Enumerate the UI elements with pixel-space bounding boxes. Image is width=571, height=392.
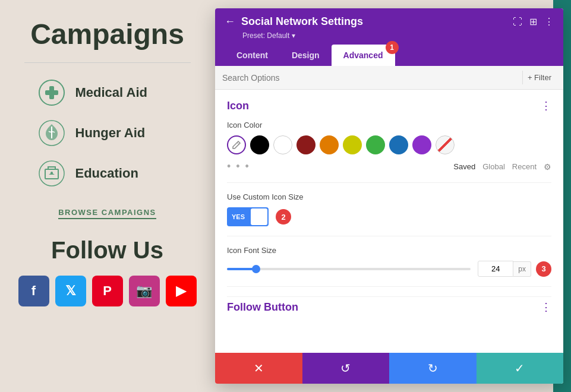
color-swatch-green[interactable] bbox=[366, 135, 385, 154]
follow-button-menu[interactable]: ⋮ bbox=[541, 301, 551, 314]
background-panel: Campaigns Medical Aid Hunger Aid bbox=[0, 0, 214, 392]
settings-panel: ← Social Network Settings ⛶ ⊞ ⋮ Preset: … bbox=[215, 8, 563, 384]
color-swatch-blue[interactable] bbox=[389, 135, 408, 154]
saved-label[interactable]: Saved bbox=[453, 162, 475, 171]
fullscreen-icon[interactable]: ⛶ bbox=[513, 17, 522, 27]
education-label: Education bbox=[75, 166, 138, 181]
twitter-icon[interactable]: 𝕏 bbox=[55, 276, 86, 306]
color-row-actions: • • • Saved Global Recent ⚙ bbox=[227, 160, 551, 173]
svg-rect-2 bbox=[45, 90, 58, 95]
color-swatch-darkred[interactable] bbox=[296, 135, 316, 154]
more-options-icon[interactable]: ⋮ bbox=[544, 16, 554, 27]
custom-size-badge: 2 bbox=[276, 209, 291, 225]
custom-size-toggle[interactable]: YES bbox=[227, 207, 269, 226]
campaigns-divider bbox=[24, 62, 191, 63]
panel-header: ← Social Network Settings ⛶ ⊞ ⋮ Preset: … bbox=[215, 8, 563, 66]
medical-aid-icon bbox=[36, 77, 67, 108]
toggle-yes-label: YES bbox=[227, 210, 250, 224]
color-swatch-yellow[interactable] bbox=[343, 135, 362, 154]
slider-input-group: px 3 bbox=[478, 261, 551, 277]
more-swatches-dots[interactable]: • • • bbox=[227, 160, 250, 173]
divider-1 bbox=[227, 182, 551, 183]
redo-button[interactable]: ↻ bbox=[389, 353, 477, 384]
split-view-icon[interactable]: ⊞ bbox=[529, 16, 537, 27]
pinterest-icon[interactable]: P bbox=[92, 276, 123, 306]
color-swatches bbox=[227, 135, 551, 154]
color-swatch-custom[interactable] bbox=[227, 135, 246, 154]
panel-tabs: Content Design Advanced 1 bbox=[225, 45, 554, 66]
follow-button-section: Follow Button ⋮ bbox=[227, 296, 551, 314]
toggle-thumb bbox=[251, 208, 267, 225]
campaign-item-medical[interactable]: Medical Aid bbox=[36, 77, 179, 108]
font-size-input[interactable] bbox=[478, 261, 513, 277]
medical-aid-label: Medical Aid bbox=[75, 85, 147, 100]
color-swatch-purple[interactable] bbox=[412, 135, 431, 154]
tab-design[interactable]: Design bbox=[280, 45, 332, 66]
panel-title: Social Network Settings bbox=[241, 15, 363, 28]
search-input[interactable] bbox=[222, 73, 522, 83]
color-swatch-white[interactable] bbox=[273, 135, 292, 154]
custom-size-toggle-row: YES 2 bbox=[227, 207, 551, 226]
youtube-icon[interactable]: ▶ bbox=[166, 276, 197, 306]
font-size-label: Icon Font Size bbox=[227, 246, 551, 255]
icon-section-title: Icon bbox=[227, 100, 249, 112]
icon-section-menu[interactable]: ⋮ bbox=[541, 99, 551, 112]
facebook-icon[interactable]: f bbox=[18, 276, 49, 306]
undo-button[interactable]: ↺ bbox=[302, 353, 390, 384]
hunger-aid-icon bbox=[36, 118, 67, 148]
panel-header-icons: ⛶ ⊞ ⋮ bbox=[513, 16, 554, 27]
advanced-tab-badge: 1 bbox=[386, 41, 399, 54]
saved-global-recent: Saved Global Recent ⚙ bbox=[453, 162, 551, 172]
font-size-badge: 3 bbox=[536, 261, 551, 277]
back-button[interactable]: ← bbox=[225, 15, 235, 28]
follow-button-title: Follow Button bbox=[227, 301, 298, 314]
campaigns-title: Campaigns bbox=[30, 18, 184, 50]
color-swatch-none[interactable] bbox=[436, 135, 455, 154]
icon-section-header: Icon ⋮ bbox=[227, 99, 551, 112]
campaign-item-hunger[interactable]: Hunger Aid bbox=[36, 118, 179, 148]
global-label[interactable]: Global bbox=[482, 162, 505, 171]
hunger-aid-label: Hunger Aid bbox=[75, 125, 146, 141]
follow-us-title: Follow Us bbox=[51, 237, 163, 264]
browse-campaigns-link[interactable]: BROWSE CAMPAIGNS bbox=[58, 208, 156, 219]
panel-footer: ✕ ↺ ↻ ✓ bbox=[215, 353, 563, 384]
font-size-slider-row: px 3 bbox=[227, 261, 551, 277]
social-icons-row: f 𝕏 P 📷 ▶ bbox=[18, 276, 197, 306]
divider-2 bbox=[227, 236, 551, 236]
font-size-slider-track[interactable] bbox=[227, 268, 471, 270]
icon-color-label: Icon Color bbox=[227, 121, 551, 129]
filter-button[interactable]: + Filter bbox=[522, 71, 556, 84]
confirm-button[interactable]: ✓ bbox=[477, 353, 564, 384]
slider-thumb[interactable] bbox=[252, 265, 260, 273]
search-bar: + Filter bbox=[215, 66, 563, 90]
svg-point-7 bbox=[51, 172, 53, 174]
campaign-item-education[interactable]: Education bbox=[36, 158, 179, 189]
color-swatch-orange[interactable] bbox=[320, 135, 339, 154]
education-icon bbox=[36, 158, 67, 189]
font-size-unit: px bbox=[513, 261, 531, 277]
preset-dropdown[interactable]: Preset: Default ▾ bbox=[242, 31, 554, 40]
color-swatch-black[interactable] bbox=[250, 135, 269, 154]
custom-size-label: Use Custom Icon Size bbox=[227, 192, 551, 201]
panel-title-group: ← Social Network Settings bbox=[225, 15, 363, 28]
panel-header-top: ← Social Network Settings ⛶ ⊞ ⋮ bbox=[225, 15, 554, 28]
cancel-button[interactable]: ✕ bbox=[215, 353, 302, 384]
tab-advanced[interactable]: Advanced 1 bbox=[332, 45, 395, 66]
color-settings-icon[interactable]: ⚙ bbox=[544, 162, 551, 172]
instagram-icon[interactable]: 📷 bbox=[129, 276, 160, 306]
panel-body: Icon ⋮ Icon Color • • • bbox=[215, 90, 563, 353]
recent-label[interactable]: Recent bbox=[512, 162, 537, 171]
tab-content[interactable]: Content bbox=[225, 45, 280, 66]
divider-3 bbox=[227, 286, 551, 287]
